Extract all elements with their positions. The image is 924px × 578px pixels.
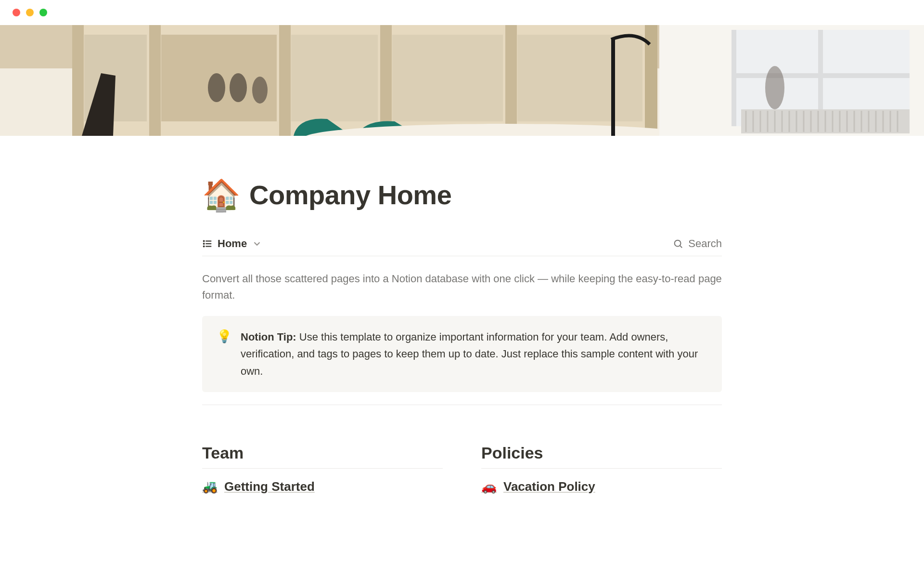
svg-rect-24 [732, 73, 910, 78]
maximize-window-button[interactable] [39, 9, 47, 16]
page-link-vacation-policy[interactable]: 🚗 Vacation Policy [481, 479, 722, 494]
view-tab-home[interactable]: Home [202, 237, 262, 250]
svg-rect-13 [517, 35, 642, 121]
svg-point-48 [765, 66, 784, 109]
svg-point-14 [208, 73, 225, 102]
search-label: Search [688, 237, 722, 250]
close-window-button[interactable] [13, 9, 20, 16]
callout-text: Notion Tip: Use this template to organiz… [241, 328, 707, 380]
svg-rect-5 [279, 25, 291, 136]
svg-point-54 [204, 246, 205, 247]
page-cover-image[interactable] [0, 25, 924, 136]
svg-rect-7 [505, 25, 517, 136]
svg-point-16 [252, 77, 268, 104]
page-link-label: Getting Started [224, 479, 315, 494]
divider [202, 405, 722, 405]
section-title-policies[interactable]: Policies [481, 444, 722, 469]
page-title[interactable]: Company Home [249, 179, 451, 210]
svg-point-15 [230, 73, 247, 102]
view-name: Home [218, 237, 247, 250]
page-link-label: Vacation Policy [503, 479, 595, 494]
callout-body: Use this template to organize important … [241, 331, 698, 377]
list-icon [202, 238, 213, 249]
chevron-down-icon [252, 238, 262, 249]
svg-rect-19 [611, 39, 615, 136]
search-icon [673, 238, 683, 249]
window-titlebar [0, 0, 924, 25]
svg-point-53 [204, 243, 205, 244]
callout-block[interactable]: 💡 Notion Tip: Use this template to organ… [202, 316, 722, 392]
page-link-getting-started[interactable]: 🚜 Getting Started [202, 479, 443, 494]
svg-line-56 [680, 246, 682, 248]
section-title-team[interactable]: Team [202, 444, 443, 469]
page-emoji[interactable]: 🏠 [202, 180, 241, 210]
car-icon: 🚗 [481, 479, 497, 494]
tractor-icon: 🚜 [202, 479, 218, 494]
svg-rect-11 [291, 35, 378, 121]
callout-label: Notion Tip: [241, 331, 296, 343]
svg-rect-6 [380, 25, 392, 136]
svg-rect-4 [149, 25, 161, 136]
svg-rect-12 [392, 35, 503, 121]
page-description[interactable]: Convert all those scattered pages into a… [202, 271, 722, 303]
minimize-window-button[interactable] [26, 9, 34, 16]
svg-rect-3 [72, 25, 84, 136]
search-button[interactable]: Search [673, 237, 722, 250]
svg-point-55 [675, 240, 681, 247]
lightbulb-icon: 💡 [217, 328, 232, 380]
svg-point-52 [204, 241, 205, 242]
